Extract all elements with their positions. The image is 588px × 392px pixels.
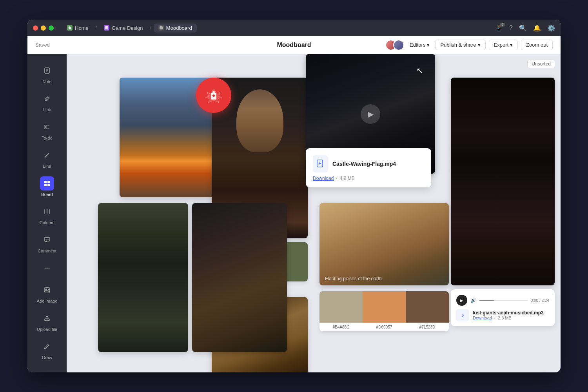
knight-image[interactable] <box>98 203 188 352</box>
search-icon[interactable]: 🔍 <box>519 24 527 32</box>
music-icon: ♪ <box>456 309 469 321</box>
tab-home[interactable]: Home <box>62 24 93 33</box>
svg-rect-33 <box>214 97 215 99</box>
editors-button[interactable]: Editors ▾ <box>407 40 432 49</box>
fullscreen-button[interactable] <box>49 25 54 31</box>
sidebar-item-draw[interactable]: Draw <box>27 336 67 363</box>
sidebar-item-board[interactable]: Board <box>27 173 67 200</box>
sidebar-item-more[interactable] <box>27 258 67 278</box>
titlebar-actions: 📱 0 ? 🔍 🔔 ⚙️ <box>495 24 555 32</box>
audio-file-size: 2.3 MB <box>498 316 512 320</box>
tab-game-design[interactable]: Game Design <box>99 24 147 33</box>
sidebar-item-trash[interactable]: Trash <box>27 366 67 372</box>
svg-point-31 <box>212 94 215 97</box>
volume-icon[interactable]: 🔊 <box>470 298 476 303</box>
svg-rect-0 <box>105 26 108 29</box>
file-size: 4.9 MB <box>340 176 355 181</box>
svg-rect-30 <box>212 91 215 95</box>
audio-player: ▶ 🔊 0:00 / 2:24 ♪ lust-giants-aeph-music… <box>451 289 555 326</box>
sidebar-item-add-image[interactable]: Add image <box>27 280 67 307</box>
cursor-icon: ↖ <box>416 66 423 76</box>
earth-swatch-label-1: #B4A88C <box>319 323 363 331</box>
svg-rect-11 <box>44 181 47 183</box>
svg-rect-32 <box>212 97 213 99</box>
phone-badge: 0 <box>500 23 505 27</box>
dragon2-image[interactable] <box>192 203 287 352</box>
audio-meta: Download · 2.3 MB <box>473 316 544 320</box>
download-card: Castle-Waving-Flag.mp4 Download · 4.9 MB <box>306 148 431 187</box>
sidebar-item-todo[interactable]: To-do <box>27 117 67 143</box>
audio-filename: lust-giants-aeph-musicbed.mp3 <box>473 310 544 316</box>
svg-point-21 <box>45 268 46 269</box>
svg-rect-12 <box>47 181 50 183</box>
earth-swatches: #B4A88C #D69057 #71523D <box>319 291 449 331</box>
file-icon <box>313 155 328 172</box>
audio-download-link[interactable]: Download <box>473 316 492 320</box>
phone-icon-wrap[interactable]: 📱 0 <box>495 24 503 32</box>
sidebar-item-column[interactable]: Column <box>27 201 67 228</box>
tab-moodboard[interactable]: Moodboard <box>154 24 197 33</box>
page-title: Moodboard <box>277 42 311 49</box>
audio-file-info: ♪ lust-giants-aeph-musicbed.mp3 Download… <box>456 309 549 321</box>
publish-share-button[interactable]: Publish & share ▾ <box>435 40 485 50</box>
download-link[interactable]: Download <box>313 176 334 181</box>
svg-rect-13 <box>44 184 47 186</box>
help-icon[interactable]: ? <box>509 24 513 31</box>
unsorted-badge: Unsorted <box>527 60 555 68</box>
earth-swatch-label-2: #D69057 <box>363 323 406 331</box>
topbar: Saved Moodboard Editors ▾ Publish & shar… <box>27 36 561 54</box>
sidebar-item-upload[interactable]: Upload file <box>27 308 67 335</box>
progress-fill <box>479 300 494 301</box>
bell-icon[interactable]: 🔔 <box>533 24 541 32</box>
minimize-button[interactable] <box>41 25 46 31</box>
earth-caption: Floating pieces of the earth <box>325 276 382 281</box>
sidebar-item-link[interactable]: Link <box>27 89 67 115</box>
filename: Castle-Waving-Flag.mp4 <box>332 161 396 167</box>
sidebar-item-comment[interactable]: Comment <box>27 230 67 256</box>
download-meta: Download · 4.9 MB <box>313 176 424 181</box>
svg-rect-8 <box>45 127 46 129</box>
titlebar: Home / Game Design / Moodboard 📱 0 <box>27 20 561 36</box>
svg-line-10 <box>45 153 49 157</box>
svg-point-25 <box>45 289 47 290</box>
close-button[interactable] <box>33 25 38 31</box>
editors-avatars <box>385 40 404 51</box>
tab-bar: Home / Game Design / Moodboard <box>62 24 490 33</box>
audio-play-button[interactable]: ▶ <box>456 295 467 306</box>
logo-badge <box>196 78 231 113</box>
topbar-actions: Editors ▾ Publish & share ▾ Export ▾ Zoo… <box>385 40 553 51</box>
svg-rect-14 <box>47 184 50 186</box>
play-button[interactable]: ▶ <box>361 104 380 124</box>
app-window: Home / Game Design / Moodboard 📱 0 <box>27 20 561 372</box>
svg-point-22 <box>47 268 48 269</box>
earth-swatch-label-3: #71523D <box>406 323 449 331</box>
traffic-lights <box>33 25 54 31</box>
sidebar-item-note[interactable]: Note <box>27 60 67 87</box>
avatar-2 <box>393 40 404 51</box>
native-warrior-image[interactable] <box>451 78 555 285</box>
sidebar-item-line[interactable]: Line <box>27 145 67 172</box>
settings-icon[interactable]: ⚙️ <box>547 24 555 32</box>
canvas: Unsorted <box>67 54 561 372</box>
audio-controls: ▶ 🔊 0:00 / 2:24 <box>456 295 549 306</box>
svg-point-23 <box>49 268 50 269</box>
saved-status: Saved <box>35 42 82 48</box>
audio-time: 0:00 / 2:24 <box>531 298 549 303</box>
zoom-out-button[interactable]: Zoom out <box>521 40 553 50</box>
sidebar: Note Link To-do Line <box>27 54 67 372</box>
svg-rect-1 <box>160 26 163 29</box>
export-button[interactable]: Export ▾ <box>489 40 518 50</box>
svg-rect-6 <box>45 125 46 127</box>
earth-image[interactable]: Floating pieces of the earth <box>319 203 449 285</box>
progress-bar[interactable] <box>479 300 528 301</box>
main-area: Note Link To-do Line <box>27 54 561 372</box>
